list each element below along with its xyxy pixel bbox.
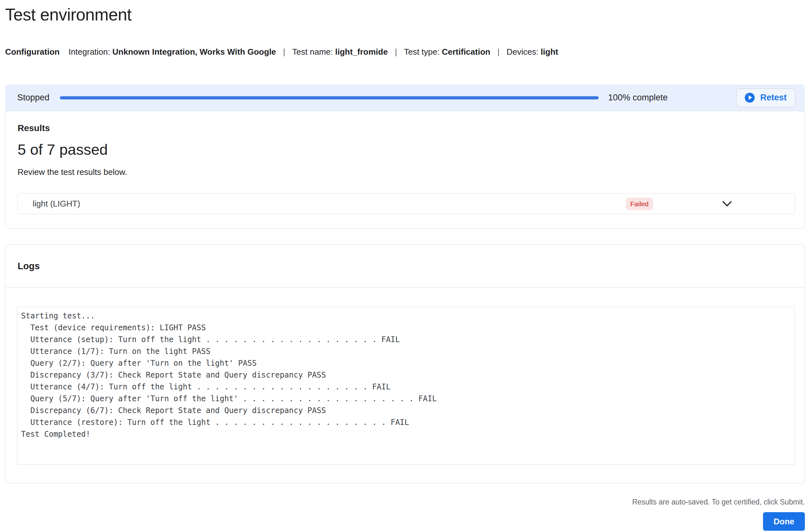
logs-header: Logs [5,245,805,287]
log-line: Discrepancy (3/7): Check Report State an… [21,369,791,381]
progress-banner: Stopped 100% complete Retest [5,84,805,111]
log-line: Utterance (4/7): Turn off the light . . … [21,381,791,393]
results-summary: 5 of 7 passed [18,141,795,159]
separator: | [388,46,404,58]
retest-button[interactable]: Retest [736,88,795,107]
config-item-label: Devices: [507,46,539,58]
play-icon [745,93,755,103]
config-item-label: Test name: [292,46,333,58]
result-rows: light (LIGHT) Failed [18,193,795,214]
footer: Results are auto-saved. To get certified… [5,498,805,531]
page-title: Test environment [5,4,805,25]
results-section-label: Results [18,123,795,134]
configuration-item: | Test name: light_fromide [276,46,388,58]
progress-status: Stopped [17,93,50,103]
progress-bar [60,96,599,99]
config-item-label: Test type: [404,46,439,58]
autosave-note: Results are auto-saved. To get certified… [5,498,805,506]
log-line: Starting test... [21,310,791,322]
logs-body: Starting test... Test (device requiremen… [5,287,805,483]
config-item-value: Unknown Integration, Works With Google [113,46,276,58]
separator: | [490,46,507,58]
configuration-bar: Configuration | Integration: Unknown Int… [5,46,805,58]
configuration-item: | Devices: light [490,46,558,58]
config-item-label: Integration: [68,46,110,58]
chevron-down-icon[interactable] [722,201,732,207]
log-line: Discrepancy (6/7): Check Report State an… [21,405,791,417]
progress-bar-fill [60,96,599,99]
result-device-name: light (LIGHT) [33,199,626,209]
log-output-box[interactable]: Starting test... Test (device requiremen… [17,307,795,465]
log-line: Utterance (setup): Turn off the light . … [21,334,791,345]
configuration-item: | Integration: Unknown Integration, Work… [68,46,276,58]
progress-percent-label: 100% complete [608,93,668,103]
results-description: Review the test results below. [18,167,795,177]
done-button[interactable]: Done [763,512,805,531]
retest-button-label: Retest [760,93,787,103]
config-item-value: light_fromide [335,46,388,58]
configuration-item: | Test type: Certification [388,46,490,58]
log-line: Utterance (restore): Turn off the light … [21,417,791,429]
configuration-label: Configuration [5,46,60,58]
configuration-items: | Integration: Unknown Integration, Work… [68,46,558,58]
page: Test environment Configuration | Integra… [0,4,810,531]
log-line: Query (2/7): Query after 'Turn on the li… [21,357,791,369]
log-line: Query (5/7): Query after 'Turn off the l… [21,393,791,405]
result-row[interactable]: light (LIGHT) Failed [18,193,795,214]
log-line: Test (device requirements): LIGHT PASS [21,322,791,334]
separator: | [276,46,292,58]
logs-section-label: Logs [18,261,39,271]
status-badge: Failed [626,197,653,210]
logs-card: Logs Starting test... Test (device requi… [5,245,805,483]
config-item-value: light [540,46,558,58]
log-line: Test Completed! [21,429,791,440]
config-item-value: Certification [442,46,490,58]
results-card: Results 5 of 7 passed Review the test re… [5,111,805,229]
log-line: Utterance (1/7): Turn on the light PASS [21,345,791,357]
